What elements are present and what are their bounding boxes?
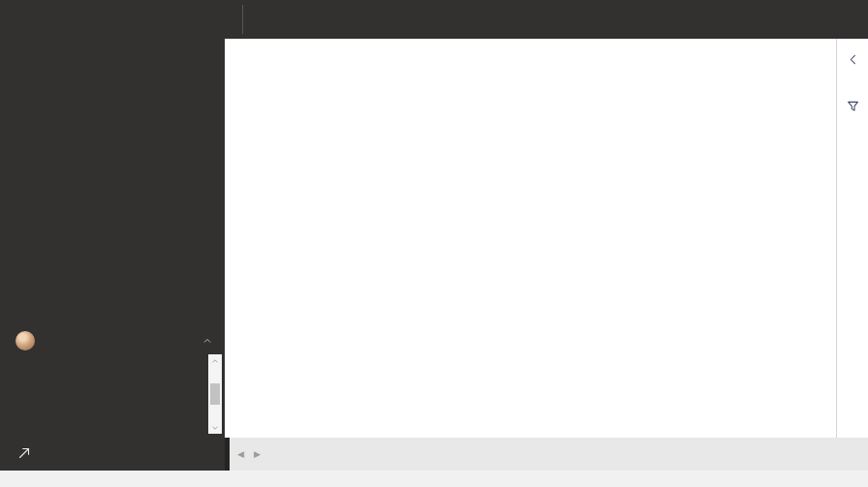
collapse-pane-icon[interactable]: [846, 52, 861, 68]
scroll-down-icon[interactable]: [208, 421, 222, 434]
filter-funnel-icon: [846, 99, 861, 114]
page-nav-arrows: ◀ ▶: [230, 438, 272, 471]
sidebar-item-my-workspace[interactable]: [0, 326, 225, 355]
filters-pane: [836, 39, 868, 438]
prev-page-icon[interactable]: ◀: [237, 449, 244, 459]
workspace-content-list: [0, 354, 225, 434]
get-data-icon: [16, 444, 33, 462]
sidebar: [0, 0, 225, 471]
chevron-up-icon[interactable]: [202, 335, 213, 347]
page-tab-bar: ◀ ▶: [230, 438, 868, 471]
scrollbar-thumb[interactable]: [210, 383, 220, 405]
hamburger-menu-icon[interactable]: [10, 6, 45, 41]
treemap-visual[interactable]: [231, 87, 554, 380]
next-page-icon[interactable]: ▶: [254, 449, 261, 459]
workspace-list-scrollbar[interactable]: [208, 354, 222, 434]
donut-visual[interactable]: [556, 76, 847, 434]
toolbar: [225, 0, 868, 39]
bottom-strip: [0, 471, 868, 487]
avatar: [16, 331, 35, 350]
report-canvas: [225, 39, 836, 438]
toolbar-separator: [242, 5, 243, 34]
sidebar-item-get-data[interactable]: [0, 438, 225, 469]
powerbi-window: ◀ ▶: [0, 0, 868, 487]
scroll-up-icon[interactable]: [208, 354, 222, 367]
